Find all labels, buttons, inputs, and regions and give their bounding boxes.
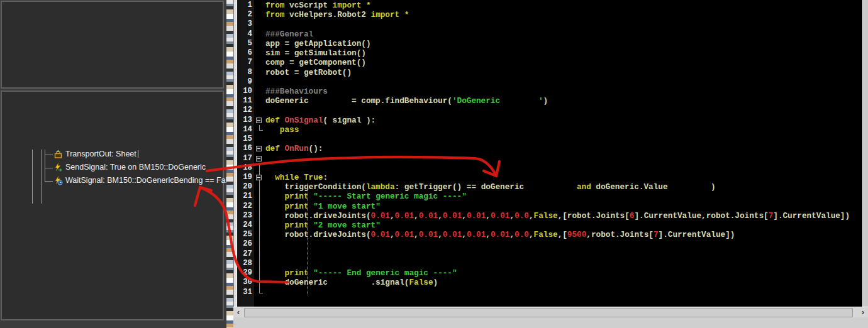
code-token: ].CurrentValue]) <box>773 211 850 221</box>
code-line[interactable]: doGeneric .signal(False) <box>265 278 862 287</box>
fold-cell <box>254 10 265 19</box>
code-line[interactable] <box>265 19 862 29</box>
code-token <box>361 1 366 10</box>
code-line[interactable]: ###Behaviours <box>265 87 862 96</box>
fold-cell <box>254 1 265 10</box>
code-token: , <box>414 230 419 239</box>
code-token: print <box>284 268 308 278</box>
fold-collapse-icon[interactable] <box>256 118 262 123</box>
wait-signal-icon <box>53 176 63 185</box>
vertical-scrollbar[interactable] <box>862 0 868 307</box>
code-area[interactable]: from vcScript import *from vcHelpers.Rob… <box>265 0 862 307</box>
code-token: pass <box>280 125 299 134</box>
code-line[interactable]: robot.driveJoints(0.01,0.01,0.01,0.01,0.… <box>265 230 862 239</box>
code-token: , <box>438 230 443 239</box>
fold-cell <box>254 163 265 173</box>
code-line[interactable]: print "1 move start" <box>265 202 862 211</box>
code-token: 0.01 <box>443 211 462 221</box>
fold-cell <box>254 278 265 287</box>
code-token: : <box>323 173 328 182</box>
fold-cell <box>254 211 265 221</box>
code-line[interactable]: doGeneric = comp.findBehaviour('DoGeneri… <box>265 96 862 106</box>
line-number: 28 <box>237 259 254 268</box>
scroll-left-arrow-icon[interactable]: ‹ <box>233 307 243 317</box>
tree-item[interactable]: TransportOut: Sheet <box>2 148 222 161</box>
code-line[interactable]: print "----- Start generic magic ----" <box>265 192 862 201</box>
code-token <box>265 202 284 211</box>
code-token: , <box>390 211 395 221</box>
code-line[interactable]: sim = getSimulation() <box>265 48 862 58</box>
line-number: 21 <box>237 192 254 201</box>
horizontal-scrollbar[interactable]: ‹ › <box>233 307 868 317</box>
code-token: ) <box>543 96 548 106</box>
code-line[interactable]: def OnSignal( signal ): <box>265 116 862 125</box>
code-line[interactable] <box>265 259 862 268</box>
code-token: (): <box>309 144 323 153</box>
code-line[interactable]: robot = getRobot() <box>265 68 862 77</box>
code-line[interactable] <box>265 288 862 297</box>
code-line[interactable] <box>265 154 862 163</box>
code-line[interactable]: comp = getComponent() <box>265 58 862 67</box>
fold-collapse-icon[interactable] <box>256 146 262 151</box>
code-token: "----- End generic magic ----" <box>313 268 457 278</box>
code-line[interactable]: print "2 move start" <box>265 221 862 230</box>
code-line[interactable]: ###General <box>265 30 862 39</box>
code-token: "----- Start generic magic ----" <box>313 192 467 201</box>
line-number: 5 <box>237 39 254 48</box>
code-line[interactable]: while True: <box>265 173 862 182</box>
code-token <box>299 173 304 182</box>
fold-cell <box>254 239 265 249</box>
fold-cell <box>254 106 265 115</box>
code-editor[interactable]: 1234567891011121314151617181920212223242… <box>237 0 868 307</box>
code-token: def <box>265 144 280 153</box>
line-number: 27 <box>237 249 254 259</box>
code-line[interactable]: triggerCondition(lambda: getTrigger() ==… <box>265 182 862 192</box>
tree-item[interactable]: WaitSignal: BM150::DoGenericBending == F… <box>2 175 222 188</box>
code-token: False <box>409 278 433 287</box>
fold-cell <box>254 268 265 278</box>
fold-cell <box>254 192 265 201</box>
code-token: "1 move start" <box>313 202 381 211</box>
fold-cell <box>254 230 265 239</box>
horizontal-scrollbar-thumb[interactable] <box>244 308 853 317</box>
gutter: 1234567891011121314151617181920212223242… <box>237 0 254 307</box>
indent-guide-line <box>307 183 308 295</box>
code-line[interactable]: app = getApplication() <box>265 39 862 48</box>
code-token: and <box>577 182 591 192</box>
code-token: 0.01 <box>491 230 509 239</box>
code-line[interactable] <box>265 163 862 173</box>
code-token: 0.01 <box>371 211 390 221</box>
code-line[interactable]: from vcScript import * <box>265 1 862 10</box>
code-token: , <box>509 211 515 221</box>
scroll-right-arrow-icon[interactable]: › <box>858 307 868 317</box>
code-line[interactable] <box>265 77 862 87</box>
code-line[interactable] <box>265 249 862 259</box>
code-line[interactable]: def OnRun(): <box>265 144 862 153</box>
tree-item-label: TransportOut: Sheet <box>65 150 138 158</box>
tree-item-label: SendSignal: True on BM150::DoGeneric <box>65 163 206 172</box>
code-token: , <box>462 230 467 239</box>
fold-collapse-icon[interactable] <box>256 156 262 161</box>
line-number: 10 <box>237 87 254 96</box>
fold-cell <box>254 173 265 182</box>
fold-cell <box>254 116 265 125</box>
fold-cell <box>254 68 265 77</box>
code-line[interactable]: from vcHelpers.Robot2 import * <box>265 10 862 19</box>
tree-item[interactable]: SendSignal: True on BM150::DoGeneric <box>2 161 222 175</box>
line-number: 8 <box>237 68 254 77</box>
fold-collapse-icon[interactable] <box>256 175 262 180</box>
line-number: 1 <box>237 1 254 10</box>
code-line[interactable] <box>265 134 862 144</box>
code-line[interactable] <box>265 239 862 249</box>
code-line[interactable]: print "----- End generic magic ----" <box>265 268 862 278</box>
line-number: 16 <box>237 144 254 153</box>
code-token: 0.01 <box>419 211 438 221</box>
fold-cell <box>254 202 265 211</box>
tree-item-label: WaitSignal: BM150::DoGenericBending == F… <box>65 176 236 185</box>
code-line[interactable] <box>265 106 862 115</box>
code-token: OnSignal <box>284 116 323 125</box>
code-line[interactable]: robot.driveJoints(0.01,0.01,0.01,0.01,0.… <box>265 211 862 221</box>
code-line[interactable]: pass <box>265 125 862 134</box>
code-token: , <box>509 230 515 239</box>
line-number: 15 <box>237 134 254 144</box>
